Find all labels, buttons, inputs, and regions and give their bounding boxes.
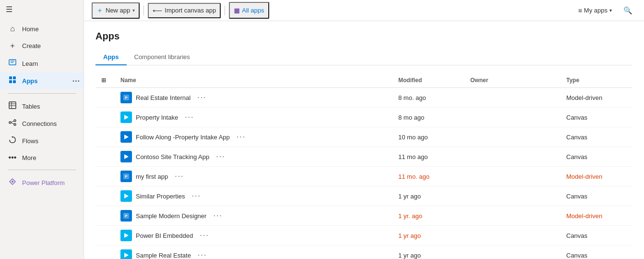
svg-marker-22 [124,154,129,159]
row-type-cell: Canvas [561,246,632,259]
app-icon: P [120,171,132,182]
new-app-label: New app [106,7,130,14]
svg-marker-29 [124,253,129,258]
svg-rect-6 [13,80,16,83]
app-icon [120,131,132,143]
app-name: Contoso Site Tracking App [136,153,209,160]
app-more-button[interactable]: ··· [194,92,209,103]
row-owner-cell [465,88,561,108]
search-icon: 🔍 [623,6,632,14]
row-type-cell: Canvas [561,127,632,147]
app-more-button[interactable]: ··· [189,191,204,201]
app-icon: P [120,92,132,103]
topbar-right: ≡ My apps ▾ 🔍 [574,3,636,18]
row-modified-cell: 1 yr ago [393,246,465,259]
svg-text:P: P [125,214,128,218]
sidebar-item-connections[interactable]: Connections [0,115,83,132]
app-icon [120,151,132,162]
sidebar-item-home-label: Home [22,25,39,33]
svg-marker-28 [124,233,129,238]
apps-icon [8,76,17,86]
row-modified-cell: 10 mo ago [393,127,465,147]
import-canvas-button[interactable]: ⟵ Import canvas app [148,3,221,18]
app-name: Sample Modern Designer [136,212,206,220]
row-checkbox-cell [95,88,115,108]
sidebar-item-power-platform-label: Power Platform [22,179,65,186]
sidebar-item-flows[interactable]: Flows [0,132,83,149]
app-name: Follow Along -Property Intake App [136,134,230,141]
sidebar-header: ☰ [0,0,83,19]
table-row: Follow Along -Property Intake App ··· 10… [95,127,632,147]
row-modified-cell: 1 yr. ago [393,206,465,226]
apps-more-btn[interactable]: ⋯ [72,76,80,86]
row-checkbox-cell [95,206,115,226]
row-owner-cell [465,167,561,186]
row-type-cell: Canvas [561,108,632,127]
row-name-cell: Follow Along -Property Intake App ··· [115,127,393,147]
search-button[interactable]: 🔍 [620,3,636,18]
row-type-cell: Canvas [561,186,632,206]
my-apps-label: My apps [584,7,608,14]
col-owner-header[interactable]: Owner [465,73,561,88]
row-owner-cell [465,226,561,246]
app-icon [120,230,132,241]
app-more-button[interactable]: ··· [182,112,197,123]
row-name-cell: P my first app ··· [115,167,393,186]
row-name-cell: P Real Estate Internal ··· [115,88,393,108]
app-more-button[interactable]: ··· [210,210,225,221]
page-title: Apps [95,31,632,42]
import-canvas-label: Import canvas app [165,7,216,14]
table-row: Sample Real Estate ··· 1 yr ago Canvas [95,246,632,259]
sidebar-item-connections-label: Connections [22,120,57,127]
topbar: ＋ New app ▾ ⟵ Import canvas app ◼ All ap… [84,0,644,21]
app-more-button[interactable]: ··· [195,250,210,259]
svg-marker-21 [124,135,129,139]
col-modified-header[interactable]: Modified [393,73,465,88]
svg-line-15 [11,123,14,124]
learn-icon [8,59,17,68]
table-row: Power BI Embedded ··· 1 yr ago Canvas [95,226,632,246]
svg-line-14 [11,121,14,123]
sidebar-item-create-label: Create [22,42,41,49]
col-type-header[interactable]: Type [561,73,632,88]
col-name-header[interactable]: Name [115,73,393,88]
app-icon [120,111,132,123]
tab-apps[interactable]: Apps [95,49,127,65]
sidebar: ☰ ⌂ Home ＋ Create Learn Apps ⋯ [0,0,84,259]
office-icon: ◼ [234,6,240,15]
my-apps-button[interactable]: ≡ My apps ▾ [574,4,616,17]
col-checkbox: ⊞ [95,73,115,88]
sidebar-item-learn[interactable]: Learn [0,55,83,72]
sidebar-item-more[interactable]: ••• More [0,149,83,166]
app-more-button[interactable]: ··· [234,132,249,142]
page-content: Apps Apps Component libraries ⊞ Name [84,21,644,259]
app-name: Sample Real Estate [136,252,191,259]
svg-point-17 [12,181,13,183]
app-more-button[interactable]: ··· [172,171,187,182]
topbar-separator-2 [225,6,225,15]
hamburger-icon[interactable]: ☰ [6,5,12,14]
new-app-button[interactable]: ＋ New app ▾ [92,2,140,19]
table-row: Property Intake ··· 8 mo ago Canvas [95,108,632,127]
tabs: Apps Component libraries [95,49,632,65]
table-row: P Sample Modern Designer ··· 1 yr. ago M… [95,206,632,226]
import-icon: ⟵ [153,7,162,14]
sidebar-item-home[interactable]: ⌂ Home [0,21,83,37]
app-name: Similar Properties [136,193,185,200]
sidebar-divider-2 [8,170,76,170]
sidebar-item-power-platform[interactable]: Power Platform [0,174,83,191]
tab-component-libraries[interactable]: Component libraries [127,49,198,65]
my-apps-chevron-icon: ▾ [609,8,612,13]
row-type-cell: Model-driven [561,206,632,226]
sidebar-item-flows-label: Flows [22,137,38,145]
sidebar-item-tables[interactable]: Tables [0,98,83,115]
sidebar-item-create[interactable]: ＋ Create [0,37,83,55]
row-type-cell: Model-driven [561,88,632,108]
app-more-button[interactable]: ··· [213,151,228,162]
app-more-button[interactable]: ··· [197,230,212,241]
sidebar-item-apps[interactable]: Apps ⋯ [0,72,83,89]
power-platform-icon [8,178,17,187]
all-apps-button[interactable]: ◼ All apps [229,2,269,19]
app-icon: P [120,210,132,222]
row-name-cell: Contoso Site Tracking App ··· [115,147,393,167]
